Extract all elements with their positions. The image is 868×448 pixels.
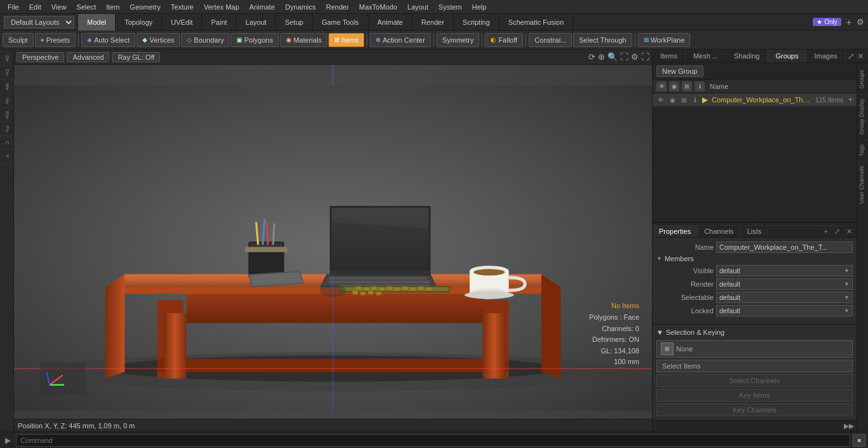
- add-layout-button[interactable]: +: [844, 17, 854, 27]
- left-tool-camera[interactable]: C: [0, 136, 14, 150]
- menu-render[interactable]: Render: [321, 2, 354, 12]
- lock-icon[interactable]: ⊠: [682, 81, 692, 92]
- none-button[interactable]: ⊞ None: [656, 340, 853, 358]
- viewport-icon-fit[interactable]: ⛶: [620, 52, 628, 62]
- sel-key-title[interactable]: ▼ Selection & Keying: [656, 329, 853, 336]
- layout-tab-gametools[interactable]: Game Tools: [313, 14, 369, 31]
- tab-shading[interactable]: Shading: [726, 50, 768, 62]
- left-tool-deformer[interactable]: De: [0, 52, 14, 66]
- menu-select[interactable]: Select: [71, 2, 101, 12]
- item-add-icon[interactable]: +: [848, 95, 853, 104]
- props-add-icon[interactable]: +: [822, 227, 830, 236]
- action-center-button[interactable]: ⊕ Action Center: [370, 33, 431, 47]
- vtab-groups[interactable]: Groups: [857, 65, 869, 93]
- star-badge[interactable]: ★ Only: [813, 18, 841, 26]
- vtab-tags[interactable]: Tags: [857, 140, 869, 160]
- menu-help[interactable]: Help: [467, 2, 492, 12]
- expand-icon[interactable]: ⤢: [848, 51, 855, 61]
- left-tool-mesh[interactable]: Me: [0, 80, 14, 94]
- key-items-button[interactable]: Key Items: [656, 389, 853, 402]
- menu-dynamics[interactable]: Dynamics: [280, 2, 321, 12]
- locked-dropdown[interactable]: default ▼: [716, 305, 853, 316]
- left-tool-duplicate[interactable]: Du: [0, 66, 14, 80]
- visible-dropdown[interactable]: default ▼: [716, 265, 853, 276]
- items-button[interactable]: ⊞ Items: [329, 33, 364, 47]
- menu-layout[interactable]: Layout: [402, 2, 433, 12]
- auto-select-button[interactable]: ◈ Auto Select: [81, 33, 135, 47]
- layout-tab-setup[interactable]: Setup: [276, 14, 313, 31]
- left-tool-polygon[interactable]: Po: [0, 122, 14, 136]
- menu-file[interactable]: File: [3, 2, 24, 12]
- layout-tab-paint[interactable]: Paint: [202, 14, 236, 31]
- left-tool-vertex[interactable]: Ve: [0, 94, 14, 108]
- sculpt-button[interactable]: Sculpt: [3, 33, 34, 47]
- bottom-expand-button[interactable]: ▶▶: [844, 422, 854, 430]
- viewport[interactable]: Perspective Advanced Ray GL: Off ⟳ ⊕ 🔍 ⛶…: [14, 50, 652, 431]
- symmetry-button[interactable]: Symmetry: [437, 33, 480, 47]
- render-icon[interactable]: ◉: [669, 81, 679, 92]
- layout-tab-topology[interactable]: Topology: [116, 14, 162, 31]
- render-dropdown[interactable]: default ▼: [716, 278, 853, 290]
- viewport-expand-icon[interactable]: ⛶: [641, 52, 649, 62]
- vtab-group-display[interactable]: Group Display: [857, 94, 869, 139]
- viewport-icon-settings[interactable]: ⚙: [631, 52, 639, 62]
- select-items-button[interactable]: Select Items: [656, 360, 853, 372]
- advanced-button[interactable]: Advanced: [67, 52, 109, 62]
- tab-items[interactable]: Items: [653, 50, 686, 62]
- menu-edit[interactable]: Edit: [24, 2, 46, 12]
- layout-tab-animate[interactable]: Animate: [369, 14, 412, 31]
- viewport-icon-zoom[interactable]: 🔍: [607, 52, 618, 62]
- select-through-button[interactable]: Select Through: [573, 33, 632, 47]
- info-icon[interactable]: ℹ: [695, 81, 705, 92]
- vertices-button[interactable]: ◆ Vertices: [137, 33, 180, 47]
- left-tool-fur[interactable]: F: [0, 150, 14, 164]
- viewport-icon-rotate[interactable]: ⟳: [588, 52, 595, 62]
- menu-view[interactable]: View: [46, 2, 72, 12]
- name-prop-input[interactable]: [716, 241, 853, 253]
- menu-item[interactable]: Item: [101, 2, 125, 12]
- layout-tab-render[interactable]: Render: [412, 14, 454, 31]
- materials-button[interactable]: ◉ Materials: [280, 33, 328, 47]
- left-tool-emit[interactable]: Em: [0, 108, 14, 122]
- items-list-area[interactable]: [653, 107, 857, 222]
- menu-system[interactable]: System: [433, 2, 467, 12]
- menu-vertexmap[interactable]: Vertex Map: [199, 2, 245, 12]
- ray-gl-button[interactable]: Ray GL: Off: [112, 52, 160, 62]
- layout-tab-schematic[interactable]: Schematic Fusion: [499, 14, 573, 31]
- vtab-user-channels[interactable]: User Channels: [857, 161, 869, 208]
- perspective-button[interactable]: Perspective: [17, 52, 64, 62]
- presets-button[interactable]: ● Presets: [35, 33, 76, 47]
- menu-animate[interactable]: Animate: [244, 2, 280, 12]
- polygons-button[interactable]: ▣ Polygons: [231, 33, 278, 47]
- select-channels-button[interactable]: Select Channels: [656, 374, 853, 387]
- viewport-content[interactable]: No Items Polygons : Face Channels: 0 Def…: [14, 65, 652, 431]
- tab-mesh[interactable]: Mesh ...: [686, 50, 726, 62]
- layout-selector[interactable]: Default Layouts: [4, 16, 74, 29]
- new-group-button[interactable]: New Group: [656, 65, 703, 77]
- props-close-icon[interactable]: ✕: [844, 227, 854, 236]
- menu-maxtomodo[interactable]: MaxToModo: [354, 2, 402, 12]
- layout-tab-layout[interactable]: Layout: [236, 14, 276, 31]
- props-tab-channels[interactable]: Channels: [698, 226, 740, 237]
- selectable-dropdown[interactable]: default ▼: [716, 292, 853, 303]
- constraints-button[interactable]: Constrai...: [529, 33, 572, 47]
- tab-images[interactable]: Images: [806, 50, 845, 62]
- layout-gear-button[interactable]: ⚙: [857, 17, 864, 27]
- tab-groups[interactable]: Groups: [768, 50, 806, 62]
- members-section-title[interactable]: ▼ Members: [656, 255, 853, 262]
- layout-tab-uvedit[interactable]: UVEdit: [162, 14, 202, 31]
- props-tab-lists[interactable]: Lists: [741, 226, 769, 237]
- viewport-icon-pan[interactable]: ⊕: [598, 52, 605, 62]
- props-expand-icon[interactable]: ⤢: [832, 227, 842, 236]
- boundary-button[interactable]: ◇ Boundary: [181, 33, 229, 47]
- item-row[interactable]: 👁 ◉ ⊠ ℹ ▶ Computer_Workplace_on_The_... …: [653, 93, 857, 107]
- close-icon[interactable]: ✕: [857, 51, 864, 61]
- menu-geometry[interactable]: Geometry: [125, 2, 165, 12]
- eye-icon[interactable]: 👁: [656, 81, 667, 92]
- item-expand-arrow[interactable]: ▶: [702, 95, 708, 104]
- layout-tab-scripting[interactable]: Scripting: [454, 14, 499, 31]
- layout-tab-model[interactable]: Model: [78, 14, 116, 31]
- menu-texture[interactable]: Texture: [166, 2, 199, 12]
- workplane-button[interactable]: ⊞ WorkPlane: [638, 33, 691, 47]
- command-execute-button[interactable]: ■: [853, 434, 865, 447]
